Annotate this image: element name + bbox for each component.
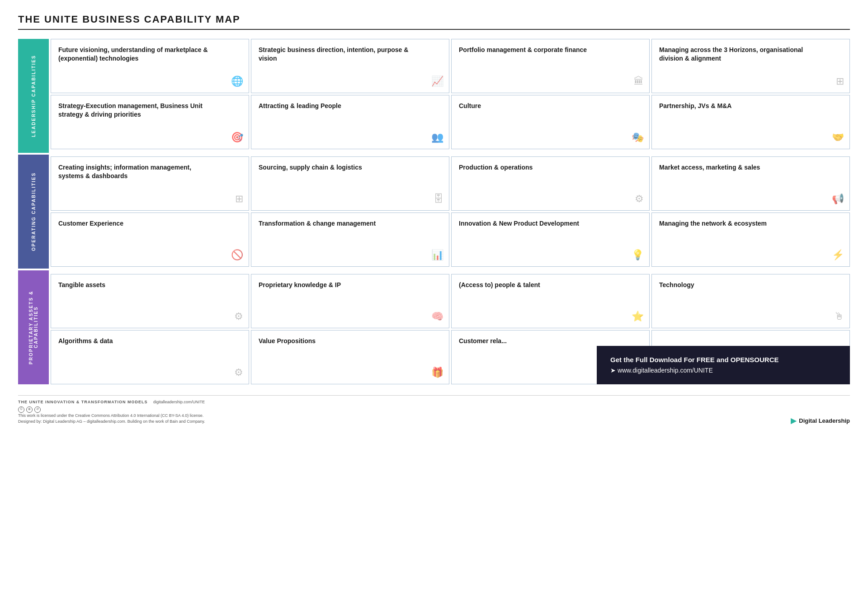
cell-transformation: Transformation & change management 📊: [251, 213, 449, 267]
cc-icons-row: © ⊕ ↺: [18, 406, 205, 413]
proprietary-row-2: Algorithms & data ⚙ Value Propositions 🎁…: [51, 330, 850, 384]
operating-row-2: Customer Experience 🚫 Transformation & c…: [51, 213, 850, 267]
operating-row-1: Creating insights; information managemen…: [51, 156, 850, 211]
footer-company: Digital Leadership: [799, 417, 850, 424]
cell-production-ops: Production & operations ⚙: [451, 156, 650, 211]
assets-icon: ⚙: [234, 311, 243, 322]
cell-proprietary-knowledge: Proprietary knowledge & IP 🧠: [251, 274, 449, 328]
leadership-label: LEADERSHIP CAPABILITIES: [18, 39, 49, 153]
capability-grid: Future visioning, understanding of marke…: [51, 39, 850, 384]
footer: THE UNITE INNOVATION & TRANSFORMATION MO…: [18, 395, 850, 425]
main-container: LEADERSHIP CAPABILITIES OPERATING CAPABI…: [18, 39, 850, 384]
footer-left: THE UNITE INNOVATION & TRANSFORMATION MO…: [18, 399, 205, 425]
cell-partnership: Partnership, JVs & M&A 🤝: [651, 95, 850, 149]
brain-icon: 🧠: [431, 311, 443, 322]
page-title: THE UNITE BUSINESS CAPABILITY MAP: [18, 14, 850, 30]
footer-right: ▶ Digital Leadership: [791, 416, 850, 425]
cell-attracting-people: Attracting & leading People 👥: [251, 95, 449, 149]
grid-icon: ⊞: [836, 76, 844, 87]
footer-arrow: ▶: [791, 416, 796, 425]
tech-icon: 🖱: [834, 311, 844, 322]
star-icon: ⭐: [632, 311, 644, 322]
footer-license: This work is licensed under the Creative…: [18, 413, 205, 419]
globe-icon: 🌐: [231, 76, 243, 87]
warehouse-icon: 🗄: [434, 193, 443, 205]
megaphone-icon: 📢: [832, 193, 844, 205]
download-banner[interactable]: Get the Full Download For FREE and OPENS…: [597, 346, 850, 384]
dashboard-icon: ⊞: [235, 193, 243, 205]
cell-portfolio-mgmt: Portfolio management & corporate finance…: [451, 39, 650, 93]
bank-icon: 🏛: [634, 76, 644, 87]
algo-icon: ⚙: [234, 367, 243, 378]
lightbulb-icon: 💡: [632, 249, 644, 261]
cell-algorithms-data: Algorithms & data ⚙: [51, 330, 249, 384]
cell-culture: Culture 🎭: [451, 95, 650, 149]
cc-icon-by: ⊕: [26, 406, 33, 413]
cell-managing-horizons: Managing across the 3 Horizons, organisa…: [651, 39, 850, 93]
theatre-icon: 🎭: [632, 132, 644, 143]
operating-label: OPERATING CAPABILITIES: [18, 155, 49, 269]
network-icon: ⚡: [832, 249, 844, 261]
leadership-row-1: Future visioning, understanding of marke…: [51, 39, 850, 93]
cell-market-access: Market access, marketing & sales 📢: [651, 156, 850, 211]
cell-creating-insights: Creating insights; information managemen…: [51, 156, 249, 211]
gear-icon: ⚙: [635, 193, 644, 205]
proprietary-row-1: Tangible assets ⚙ Proprietary knowledge …: [51, 274, 850, 328]
cell-customer-experience: Customer Experience 🚫: [51, 213, 249, 267]
cell-strategy-execution: Strategy-Execution management, Business …: [51, 95, 249, 149]
side-labels: LEADERSHIP CAPABILITIES OPERATING CAPABI…: [18, 39, 49, 384]
cell-people-talent: (Access to) people & talent ⭐: [451, 274, 650, 328]
transform-icon: 📊: [431, 249, 443, 261]
gift-icon: 🎁: [431, 367, 443, 378]
people-icon: 👥: [431, 132, 443, 143]
leadership-row-2: Strategy-Execution management, Business …: [51, 95, 850, 149]
proprietary-label: PROPRIETARY ASSETS & CAPABILITIES: [18, 270, 49, 384]
cell-value-propositions: Value Propositions 🎁: [251, 330, 449, 384]
footer-brand-title: THE UNITE INNOVATION & TRANSFORMATION MO…: [18, 400, 148, 404]
target-icon: 🎯: [231, 132, 243, 143]
cell-technology: Technology 🖱: [651, 274, 850, 328]
cell-tangible-assets: Tangible assets ⚙: [51, 274, 249, 328]
cell-network-ecosystem: Managing the network & ecosystem ⚡: [651, 213, 850, 267]
banner-line1: Get the Full Download For FREE and OPENS…: [610, 354, 836, 366]
handshake-icon: 🤝: [832, 132, 844, 143]
cell-future-visioning: Future visioning, understanding of marke…: [51, 39, 249, 93]
cell-innovation: Innovation & New Product Development 💡: [451, 213, 650, 267]
footer-brand-url: digitalleadership.com/UNITE: [153, 400, 205, 404]
cell-sourcing: Sourcing, supply chain & logistics 🗄: [251, 156, 449, 211]
banner-line2: ➤ www.digitalleadership.com/UNITE: [610, 365, 836, 376]
chart-icon: 📈: [431, 76, 443, 87]
cc-icon-cc: ©: [18, 406, 24, 413]
cell-strategic-direction: Strategic business direction, intention,…: [251, 39, 449, 93]
cc-icon-sa: ↺: [34, 406, 41, 413]
footer-designer: Designed by: Digital Leadership AG – dig…: [18, 419, 205, 425]
cx-icon: 🚫: [231, 249, 243, 261]
